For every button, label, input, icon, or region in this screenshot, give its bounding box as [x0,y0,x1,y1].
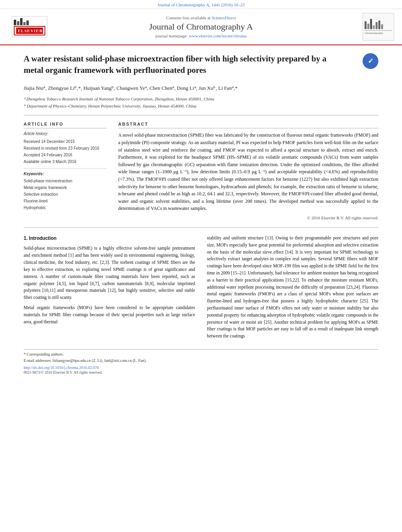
keywords-section: Keywords: Solid-phase microextraction Me… [24,172,106,211]
abstract-column: ABSTRACT A novel solid-phase microextrac… [118,122,378,220]
journal-title: Journal of Chromatography A [51,22,351,32]
keywords-list: Solid-phase microextraction Metal organi… [24,178,106,211]
keywords-label: Keywords: [24,172,106,176]
article-info-heading: ARTICLE INFO [24,122,106,128]
section-divider [24,115,378,115]
sciencedirect-link[interactable]: ScienceDirect [212,15,236,20]
accepted-date: Accepted 24 February 2016 [24,152,106,158]
article-info-column: ARTICLE INFO Article history: Received 1… [24,122,106,220]
keyword-2: Metal organic framework [24,184,106,191]
abstract-text: A novel solid-phase microextraction (SPM… [118,132,378,212]
keyword-1: Solid-phase microextraction [24,178,106,184]
journal-homepage-line: journal homepage: www.elsevier.com/locat… [51,33,351,38]
info-abstract-columns: ARTICLE INFO Article history: Received 1… [0,118,402,224]
keyword-5: Hydrophobic [24,204,106,211]
elsevier-logo-container: ELSEVIER [8,16,51,37]
affiliations-block: ᵃ Zhengzhou Tobacco Research Institute o… [0,94,402,113]
elsevier-logo: ELSEVIER [14,26,45,35]
email-note: E-mail addresses: lizhangyue@hpu.edu.cn … [24,358,378,364]
intro-paragraph-1: Solid-phase microextraction (SPME) is a … [24,245,195,301]
journal-logo: Chromatography [363,13,394,41]
doi-section[interactable]: http://dx.doi.org/10.1016/j.chroma.2016.… [0,364,402,371]
keyword-3: Selective extraction [24,191,106,198]
received-revised-date: Received in revised form 23 February 201… [24,145,106,152]
keyword-4: Fluorine-lined [24,198,106,204]
affiliation-b: ᵇ Department of Physics–Chemistry, Henan… [24,103,378,110]
authors-text: Jiajia Niuᵃ, Zhongyue Liᵇ,*, Huijuan Yan… [24,85,238,91]
homepage-link[interactable]: www.elsevier.com/locate/chroma [189,33,247,38]
contents-line: Contents lists available at ScienceDirec… [51,15,351,20]
intro-right-paragraph-1: stability and uniform structure [13]. Ow… [207,235,378,340]
received-date: Received 14 December 2015 [24,138,106,145]
article-title: A water resistant solid-phase microextra… [24,53,347,76]
intro-paragraph-2: Metal organic frameworks (MOFs) have bee… [24,304,195,325]
body-right-column: stability and uniform structure [13]. Ow… [207,235,378,343]
authors-line: Jiajia Niuᵃ, Zhongyue Liᵇ,*, Huijuan Yan… [0,80,402,94]
journal-reference-text: Journal of Chromatography A, 1441 (2016)… [157,2,245,7]
body-left-column: 1. Introduction Solid-phase microextract… [24,235,195,343]
article-dates: Received 14 December 2015 Received in re… [24,138,106,169]
affiliation-a: ᵃ Zhengzhou Tobacco Research Institute o… [24,96,378,103]
body-columns: 1. Introduction Solid-phase microextract… [0,231,402,347]
abstract-heading: ABSTRACT [118,122,378,128]
journal-reference-bar: Journal of Chromatography A, 1441 (2016)… [0,0,402,9]
history-label: Article history: [24,132,106,136]
copyright-line: © 2016 Elsevier B.V. All rights reserved… [118,215,378,220]
journal-title-block: Contents lists available at ScienceDirec… [51,15,351,38]
available-date: Available online 3 March 2016 [24,158,106,165]
corresponding-authors-note: * Corresponding authors. [24,351,378,358]
license-text: 0021-9673/© 2016 Elsevier B.V. All right… [0,371,402,377]
footnotes-section: * Corresponding authors. E-mail addresse… [24,349,378,364]
article-title-section: A water resistant solid-phase microextra… [0,45,402,80]
crossmark-badge[interactable]: ✓ [363,53,378,69]
body-divider [24,227,378,228]
journal-logo-container: Chromatography [351,13,394,41]
journal-header: ELSEVIER Contents lists available at Sci… [0,9,402,45]
intro-heading: 1. Introduction [24,235,195,242]
